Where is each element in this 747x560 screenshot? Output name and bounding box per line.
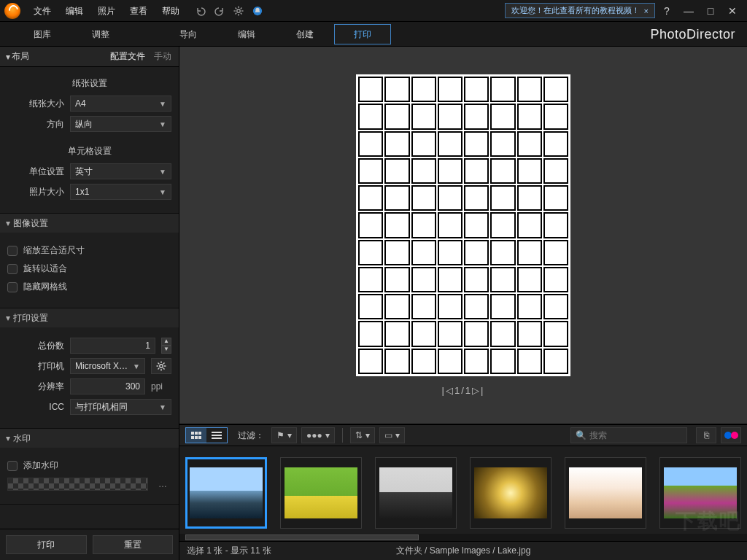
list-view-icon[interactable] — [206, 428, 227, 443]
gear-icon[interactable] — [233, 6, 244, 16]
preview-cell[interactable] — [384, 158, 409, 184]
watermark-header[interactable]: ▾水印 — [0, 429, 179, 448]
preview-cell[interactable] — [543, 294, 568, 319]
tab-create[interactable]: 创建 — [276, 22, 334, 46]
preview-cell[interactable] — [411, 294, 436, 319]
minimize-button[interactable]: — — [678, 4, 699, 18]
view-mode-toggle[interactable] — [185, 427, 228, 443]
preview-cell[interactable] — [464, 185, 489, 211]
sidebar-tab-manual[interactable]: 手动 — [152, 50, 173, 63]
preview-cell[interactable] — [411, 131, 436, 157]
preview-cell[interactable] — [411, 321, 436, 346]
checkbox-hide-grid[interactable]: 隐藏网格线 — [7, 281, 171, 293]
tab-adjust[interactable]: 调整 — [71, 22, 130, 46]
preview-cell[interactable] — [438, 294, 462, 319]
preview-cell[interactable] — [384, 240, 409, 265]
preview-cell[interactable] — [358, 77, 383, 102]
preview-cell[interactable] — [384, 212, 409, 238]
preview-cell[interactable] — [543, 185, 568, 211]
preview-cell[interactable] — [358, 185, 383, 211]
print-settings-header[interactable]: ▾打印设置 — [0, 308, 179, 327]
preview-cell[interactable] — [358, 240, 383, 265]
preview-cell[interactable] — [517, 294, 542, 319]
preview-cell[interactable] — [358, 349, 383, 374]
icc-select[interactable]: 与打印机相同▼ — [70, 399, 171, 415]
preview-cell[interactable] — [517, 240, 542, 265]
preview-cell[interactable] — [358, 212, 383, 238]
preview-cell[interactable] — [464, 267, 489, 292]
copies-input[interactable] — [70, 338, 155, 354]
tab-print[interactable]: 打印 — [334, 24, 391, 44]
preview-cell[interactable] — [517, 185, 542, 211]
preview-cell[interactable] — [438, 212, 462, 238]
preview-cell[interactable] — [517, 158, 542, 184]
dpi-input[interactable] — [70, 378, 145, 394]
preview-cell[interactable] — [438, 185, 462, 211]
preview-cell[interactable] — [543, 267, 568, 292]
preview-cell[interactable] — [543, 240, 568, 265]
undo-icon[interactable] — [196, 6, 206, 16]
import-button[interactable]: ⎘ — [696, 427, 716, 443]
preview-cell[interactable] — [384, 131, 409, 157]
chevron-up-icon[interactable]: ▲ — [161, 338, 171, 346]
checkbox-fit[interactable]: 缩放至合适尺寸 — [7, 244, 171, 257]
preview-cell[interactable] — [358, 321, 383, 346]
chevron-down-icon[interactable]: ▼ — [161, 346, 171, 354]
image-settings-header[interactable]: ▾图像设置 — [0, 214, 179, 233]
notification-icon[interactable] — [252, 6, 263, 16]
tab-library[interactable]: 图库 — [0, 22, 71, 46]
preview-cell[interactable] — [438, 104, 462, 129]
flickr-button[interactable] — [721, 427, 741, 443]
preview-cell[interactable] — [490, 267, 515, 292]
preview-cell[interactable] — [543, 77, 568, 102]
preview-cell[interactable] — [358, 267, 383, 292]
watermark-browse-button[interactable]: … — [154, 479, 171, 489]
preview-cell[interactable] — [438, 158, 462, 184]
grid-view-icon[interactable] — [186, 428, 206, 443]
search-input[interactable]: 🔍 ✕ — [570, 427, 687, 443]
preview-cell[interactable] — [438, 321, 462, 346]
preview-cell[interactable] — [490, 212, 515, 238]
preview-cell[interactable] — [384, 321, 409, 346]
menu-file[interactable]: 文件 — [26, 0, 58, 22]
preview-cell[interactable] — [358, 104, 383, 129]
maximize-button[interactable]: □ — [700, 4, 721, 18]
preview-cell[interactable] — [490, 131, 515, 157]
preview-cell[interactable] — [543, 321, 568, 346]
preview-cell[interactable] — [543, 212, 568, 238]
preview-cell[interactable] — [438, 349, 462, 374]
preview-cell[interactable] — [464, 294, 489, 319]
preview-cell[interactable] — [517, 77, 542, 102]
help-icon[interactable]: ? — [657, 4, 677, 18]
sort-dropdown[interactable]: ⇅▾ — [350, 427, 375, 443]
preview-cell[interactable] — [517, 349, 542, 374]
print-button[interactable]: 打印 — [6, 535, 87, 554]
thumbnail[interactable] — [375, 457, 457, 529]
unit-select[interactable]: 英寸▼ — [70, 163, 171, 179]
preview-cell[interactable] — [464, 240, 489, 265]
welcome-banner[interactable]: 欢迎您！在此查看所有的教程视频！ × — [505, 3, 655, 18]
printer-select[interactable]: Microsoft XPS D▼ — [70, 358, 145, 374]
close-button[interactable]: ✕ — [722, 4, 743, 18]
preview-cell[interactable] — [543, 104, 568, 129]
preview-cell[interactable] — [543, 158, 568, 184]
preview-cell[interactable] — [517, 104, 542, 129]
chevron-down-icon[interactable]: ▾ — [6, 52, 10, 62]
sidebar-tab-profile[interactable]: 配置文件 — [109, 50, 147, 63]
orientation-select[interactable]: 纵向▼ — [70, 116, 171, 132]
preview-cell[interactable] — [517, 212, 542, 238]
preview-cell[interactable] — [490, 240, 515, 265]
preview-cell[interactable] — [411, 185, 436, 211]
preview-cell[interactable] — [384, 349, 409, 374]
preview-cell[interactable] — [464, 212, 489, 238]
menu-help[interactable]: 帮助 — [155, 0, 187, 22]
preview-cell[interactable] — [464, 321, 489, 346]
preview-cell[interactable] — [490, 294, 515, 319]
page-navigator[interactable]: |◁1/1▷| — [442, 385, 485, 396]
photo-size-select[interactable]: 1x1▼ — [70, 184, 171, 200]
checkbox-add-watermark[interactable]: 添加水印 — [7, 459, 171, 472]
preview-cell[interactable] — [384, 294, 409, 319]
checkbox-rotate[interactable]: 旋转以适合 — [7, 262, 171, 275]
preview-cell[interactable] — [411, 104, 436, 129]
redo-icon[interactable] — [214, 6, 225, 16]
